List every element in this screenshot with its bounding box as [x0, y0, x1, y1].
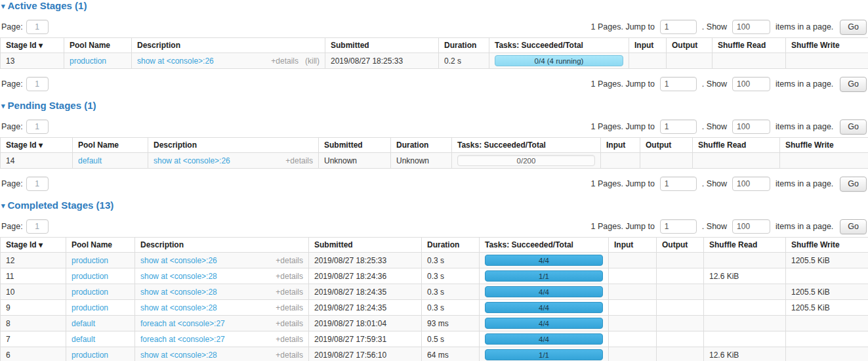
description-wrap: show at <console>:28+details: [140, 287, 303, 297]
jump-to-input[interactable]: [660, 219, 697, 234]
description-wrap: show at <console>:26+details: [154, 156, 313, 166]
column-header-stage-id[interactable]: Stage Id ▾: [1, 138, 73, 153]
pool-name-link[interactable]: default: [72, 319, 95, 328]
cell-shuffle-read: 12.6 KiB: [704, 347, 786, 361]
pages-jump-label: 1 Pages. Jump to: [591, 22, 655, 32]
cell-input: [609, 347, 657, 361]
pagebar-right: 1 Pages. Jump to. Showitems in a page.Go: [591, 119, 867, 135]
cell-input: [609, 300, 657, 316]
description-actions: +details: [276, 334, 303, 345]
show-count-input[interactable]: [732, 177, 770, 191]
page-label: Page:: [1, 79, 23, 89]
description-link[interactable]: show at <console>:26: [140, 255, 217, 266]
cell-shuffle-write: [780, 153, 868, 169]
pool-name-link[interactable]: production: [72, 272, 108, 281]
completed-stages-heading[interactable]: ▾Completed Stages (13): [1, 200, 868, 211]
pool-name-link[interactable]: default: [72, 335, 95, 344]
description-actions: +details: [276, 350, 303, 360]
page-number-input[interactable]: [26, 77, 49, 91]
cell-input: [609, 253, 657, 268]
pagebar-right: 1 Pages. Jump to. Showitems in a page.Go: [591, 77, 867, 92]
pool-name-link[interactable]: production: [70, 56, 106, 66]
details-toggle[interactable]: +details: [276, 303, 303, 313]
tasks-progress-bar: 4/4: [485, 302, 603, 313]
pool-name-link[interactable]: production: [72, 287, 108, 297]
page-label: Page:: [1, 222, 23, 231]
details-toggle[interactable]: +details: [285, 156, 313, 166]
cell-output: [657, 284, 704, 300]
column-header-description: Description: [132, 38, 325, 53]
description-link[interactable]: show at <console>:28: [140, 287, 217, 297]
cell-duration: 0.3 s: [422, 253, 480, 268]
jump-to-input[interactable]: [660, 77, 697, 91]
pages-jump-label: 1 Pages. Jump to: [591, 179, 655, 188]
active-stages-heading[interactable]: ▾Active Stages (1): [1, 1, 868, 12]
description-link[interactable]: show at <console>:28: [140, 303, 217, 313]
cell-duration: 64 ms: [422, 347, 480, 361]
cell-input: [609, 268, 657, 284]
cell-pool-name: production: [66, 300, 135, 316]
table-header-row: Stage Id ▾Pool NameDescriptionSubmittedD…: [1, 238, 868, 253]
column-header-stage-id[interactable]: Stage Id ▾: [1, 238, 66, 253]
details-toggle[interactable]: +details: [271, 56, 299, 66]
cell-submitted: 2019/08/27 17:59:31: [309, 331, 422, 347]
cell-pool-name: default: [66, 331, 135, 347]
description-link[interactable]: show at <console>:26: [137, 56, 214, 66]
details-toggle[interactable]: +details: [276, 318, 303, 329]
go-button[interactable]: Go: [840, 77, 867, 92]
pool-name-link[interactable]: default: [78, 156, 102, 165]
show-count-input[interactable]: [732, 20, 770, 34]
column-header-pool-name: Pool Name: [73, 138, 148, 153]
jump-to-input[interactable]: [660, 177, 697, 191]
cell-shuffle-write: 1205.5 KiB: [786, 300, 868, 316]
tasks-progress-bar: 0/200: [457, 155, 595, 166]
page-number-input[interactable]: [26, 20, 49, 34]
cell-tasks: 0/200: [452, 153, 601, 169]
pending-stages-heading[interactable]: ▾Pending Stages (1): [1, 100, 868, 112]
completed-top-pagination: Page:1 Pages. Jump to. Showitems in a pa…: [1, 219, 867, 234]
active-top-pagination: Page:1 Pages. Jump to. Showitems in a pa…: [1, 20, 867, 34]
details-toggle[interactable]: +details: [276, 334, 303, 345]
details-toggle[interactable]: +details: [276, 350, 303, 360]
description-link[interactable]: foreach at <console>:27: [140, 318, 225, 329]
description-link[interactable]: show at <console>:26: [154, 156, 230, 166]
go-button[interactable]: Go: [840, 219, 867, 234]
show-count-input[interactable]: [732, 219, 770, 234]
pool-name-link[interactable]: production: [72, 303, 108, 312]
go-button[interactable]: Go: [840, 119, 867, 135]
pagebar-left: Page:: [1, 20, 49, 34]
pool-name-link[interactable]: production: [72, 350, 108, 360]
go-button[interactable]: Go: [840, 177, 867, 192]
jump-to-input[interactable]: [660, 119, 697, 134]
jump-to-input[interactable]: [660, 20, 697, 34]
cell-submitted: 2019/08/27 18:24:35: [309, 300, 422, 316]
description-link[interactable]: show at <console>:28: [140, 271, 217, 282]
description-link[interactable]: show at <console>:28: [140, 350, 217, 360]
description-actions: +details: [285, 156, 313, 166]
show-label: . Show: [702, 179, 727, 188]
stage-row: 9productionshow at <console>:28+details2…: [1, 300, 868, 316]
description-link[interactable]: foreach at <console>:27: [140, 334, 225, 345]
page-number-input[interactable]: [26, 219, 49, 234]
description-actions: +details: [276, 318, 303, 329]
column-header-stage-id[interactable]: Stage Id ▾: [1, 38, 64, 53]
column-header-shuffle-write: Shuffle Write: [780, 138, 868, 153]
description-wrap: show at <console>:28+details: [140, 350, 303, 360]
show-count-input[interactable]: [732, 119, 770, 134]
column-header-input: Input: [601, 138, 640, 153]
description-wrap: show at <console>:28+details: [140, 303, 303, 313]
cell-submitted: 2019/08/27 18:24:35: [309, 284, 422, 300]
pool-name-link[interactable]: production: [72, 256, 108, 265]
table-header-row: Stage Id ▾Pool NameDescriptionSubmittedD…: [1, 138, 868, 153]
cell-stage-id: 9: [1, 300, 66, 316]
page-number-input[interactable]: [26, 119, 49, 134]
show-count-input[interactable]: [732, 77, 770, 91]
details-toggle[interactable]: +details: [276, 287, 303, 297]
cell-stage-id: 12: [1, 253, 66, 268]
details-toggle[interactable]: +details: [276, 271, 303, 282]
description-actions: +details: [276, 287, 303, 297]
kill-link[interactable]: (kill): [305, 56, 320, 66]
details-toggle[interactable]: +details: [276, 255, 303, 266]
go-button[interactable]: Go: [840, 20, 867, 35]
page-number-input[interactable]: [26, 177, 49, 191]
